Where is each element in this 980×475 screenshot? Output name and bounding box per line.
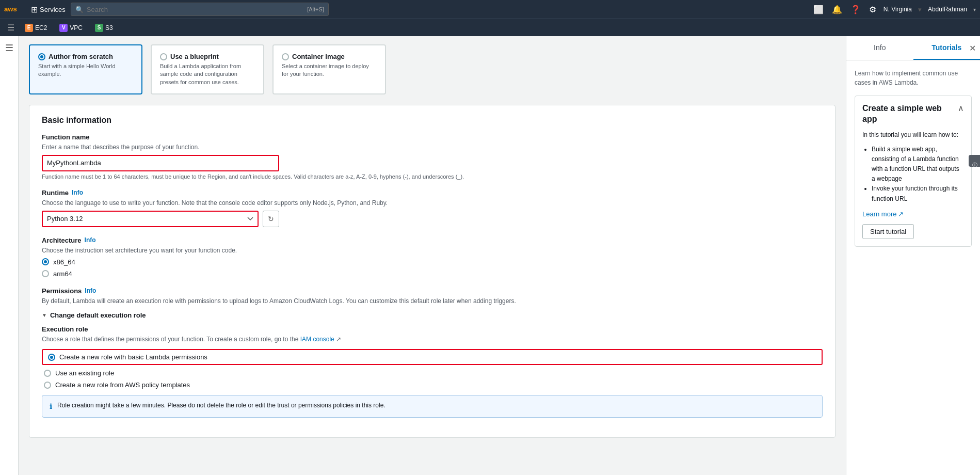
permissions-label: Permissions bbox=[42, 287, 82, 295]
aws-logo[interactable]: aws bbox=[4, 3, 23, 16]
start-tutorial-button[interactable]: Start tutorial bbox=[862, 224, 914, 239]
architecture-desc: Choose the instruction set architecture … bbox=[42, 246, 823, 255]
execution-role-desc: Choose a role that defines the permissio… bbox=[42, 335, 823, 344]
radio-use-existing bbox=[44, 370, 51, 377]
main-layout: ☰ Author from scratch Start with a simpl… bbox=[0, 36, 980, 475]
basic-info-section: Basic information Function name Enter a … bbox=[29, 105, 836, 438]
radio-container bbox=[282, 53, 289, 60]
notifications-icon[interactable]: 🔔 bbox=[831, 4, 843, 15]
runtime-select[interactable]: Python 3.12 bbox=[42, 211, 259, 227]
hamburger-button[interactable]: ☰ bbox=[3, 40, 15, 56]
external-link-icon: ↗ bbox=[898, 210, 904, 218]
right-panel: Info Tutorials ✕ Learn how to implement … bbox=[846, 36, 980, 475]
radio-create-basic bbox=[48, 354, 55, 361]
panel-intro-text: Learn how to implement common use cases … bbox=[855, 69, 972, 87]
tutorial-card-header: Create a simple web app ∧ bbox=[862, 103, 964, 125]
runtime-row: Python 3.12 ↻ bbox=[42, 211, 279, 227]
architecture-options: x86_64 arm64 bbox=[42, 258, 823, 278]
role-create-from-templates-label: Create a new role from AWS policy templa… bbox=[55, 381, 190, 389]
user-dropdown-icon: ▾ bbox=[973, 7, 976, 12]
service-tabs-bar: ☰ E EC2 V VPC S S3 bbox=[0, 19, 980, 36]
runtime-label: Runtime bbox=[42, 189, 69, 197]
runtime-desc: Choose the language to use to write your… bbox=[42, 199, 823, 208]
execution-role-label: Execution role bbox=[42, 325, 823, 333]
learn-more-label: Learn more bbox=[862, 210, 896, 218]
tutorial-bullet-0: Build a simple web app, consisting of a … bbox=[872, 145, 964, 184]
edge-info-icon: ⓘ bbox=[971, 158, 978, 164]
creation-option-container[interactable]: Container image Select a container image… bbox=[272, 44, 386, 94]
nav-right-section: ⬜ 🔔 ❓ ⚙ N. Virginia ▾ AbdulRahman ▾ bbox=[812, 4, 976, 15]
tutorial-learn-more-link[interactable]: Learn more ↗ bbox=[862, 210, 904, 218]
services-label: Services bbox=[40, 6, 66, 13]
basic-info-title: Basic information bbox=[42, 116, 823, 125]
architecture-x86-label: x86_64 bbox=[53, 258, 75, 266]
architecture-group: Architecture Info Choose the instruction… bbox=[42, 236, 823, 278]
role-create-basic-label: Create a new role with basic Lambda perm… bbox=[59, 353, 207, 361]
tutorial-bullet-1: Invoke your function through its functio… bbox=[872, 184, 964, 203]
sidebar-toggle-top[interactable]: ☰ bbox=[6, 22, 15, 34]
grid-icon: ⊞ bbox=[31, 5, 38, 14]
architecture-option-x86[interactable]: x86_64 bbox=[42, 258, 823, 266]
help-icon[interactable]: ❓ bbox=[849, 4, 862, 15]
execution-role-section: Execution role Choose a role that define… bbox=[42, 325, 823, 418]
region-selector[interactable]: N. Virginia bbox=[883, 6, 912, 13]
architecture-label: Architecture bbox=[42, 236, 82, 244]
permissions-group: Permissions Info By default, Lambda will… bbox=[42, 287, 823, 418]
vpc-label: VPC bbox=[70, 24, 83, 31]
role-info-text: Role creation might take a few minutes. … bbox=[57, 401, 385, 412]
architecture-info-link[interactable]: Info bbox=[85, 236, 96, 244]
permissions-info-link[interactable]: Info bbox=[85, 287, 96, 294]
change-default-role-toggle[interactable]: ▼ Change default execution role bbox=[42, 311, 823, 319]
radio-create-from-templates bbox=[44, 382, 51, 389]
radio-blueprint bbox=[160, 53, 167, 60]
search-icon: 🔍 bbox=[75, 6, 84, 13]
services-menu-button[interactable]: ⊞ Services bbox=[28, 3, 69, 17]
panel-close-button[interactable]: ✕ bbox=[969, 43, 976, 53]
role-options-list: Create a new role with basic Lambda perm… bbox=[42, 349, 823, 389]
tutorial-card: Create a simple web app ∧ In this tutori… bbox=[855, 96, 972, 247]
function-name-group: Function name Enter a name that describe… bbox=[42, 133, 823, 180]
role-creation-info-box: ℹ Role creation might take a few minutes… bbox=[42, 395, 823, 418]
search-bar: 🔍 [Alt+S] bbox=[71, 3, 329, 16]
runtime-info-link[interactable]: Info bbox=[72, 189, 83, 196]
permissions-desc: By default, Lambda will create an execut… bbox=[42, 297, 823, 306]
user-menu[interactable]: AbdulRahman bbox=[928, 6, 967, 13]
function-name-label: Function name bbox=[42, 133, 89, 141]
ec2-label: EC2 bbox=[35, 24, 47, 31]
creation-option-blueprint[interactable]: Use a blueprint Build a Lambda applicati… bbox=[151, 44, 264, 94]
creation-options-row: Author from scratch Start with a simple … bbox=[29, 44, 836, 94]
role-option-create-from-templates[interactable]: Create a new role from AWS policy templa… bbox=[42, 381, 823, 389]
runtime-refresh-button[interactable]: ↻ bbox=[263, 211, 279, 227]
collapse-arrow-icon: ▼ bbox=[42, 312, 47, 318]
function-name-prompt: Enter a name that describes the purpose … bbox=[42, 143, 823, 152]
radio-author-from-scratch bbox=[38, 53, 45, 60]
tutorial-desc: In this tutorial you will learn how to: bbox=[862, 130, 964, 139]
panel-tab-info[interactable]: Info bbox=[846, 36, 913, 60]
radio-x86 bbox=[42, 258, 49, 265]
panel-body: Learn how to implement common use cases … bbox=[846, 60, 980, 255]
role-option-create-basic[interactable]: Create a new role with basic Lambda perm… bbox=[42, 349, 823, 365]
ec2-icon: E bbox=[25, 24, 33, 32]
service-tab-ec2[interactable]: E EC2 bbox=[20, 22, 52, 34]
role-use-existing-label: Use an existing role bbox=[55, 369, 114, 377]
service-tab-vpc[interactable]: V VPC bbox=[54, 22, 88, 34]
panel-tabs: Info Tutorials ✕ bbox=[846, 36, 980, 60]
service-tab-s3[interactable]: S S3 bbox=[90, 22, 118, 34]
tutorial-collapse-button[interactable]: ∧ bbox=[958, 103, 964, 113]
function-name-hint: Function name must be 1 to 64 characters… bbox=[42, 173, 823, 180]
creation-option-author-from-scratch[interactable]: Author from scratch Start with a simple … bbox=[29, 44, 142, 94]
function-name-input[interactable] bbox=[42, 155, 279, 171]
right-edge-panel: ⓘ bbox=[969, 155, 980, 167]
search-input[interactable] bbox=[87, 6, 307, 13]
sidebar-toggle-panel: ☰ bbox=[0, 36, 19, 475]
tutorial-card-title: Create a simple web app bbox=[862, 103, 954, 125]
role-option-use-existing[interactable]: Use an existing role bbox=[42, 369, 823, 377]
tutorial-bullet-list: Build a simple web app, consisting of a … bbox=[862, 145, 964, 204]
architecture-option-arm64[interactable]: arm64 bbox=[42, 270, 823, 278]
iam-link-arrow: ↗ bbox=[336, 336, 341, 343]
iam-console-link[interactable]: IAM console bbox=[300, 336, 334, 343]
search-shortcut: [Alt+S] bbox=[307, 6, 324, 12]
cloud-shell-icon[interactable]: ⬜ bbox=[812, 4, 825, 15]
settings-icon[interactable]: ⚙ bbox=[868, 4, 877, 15]
radio-arm64 bbox=[42, 270, 49, 277]
